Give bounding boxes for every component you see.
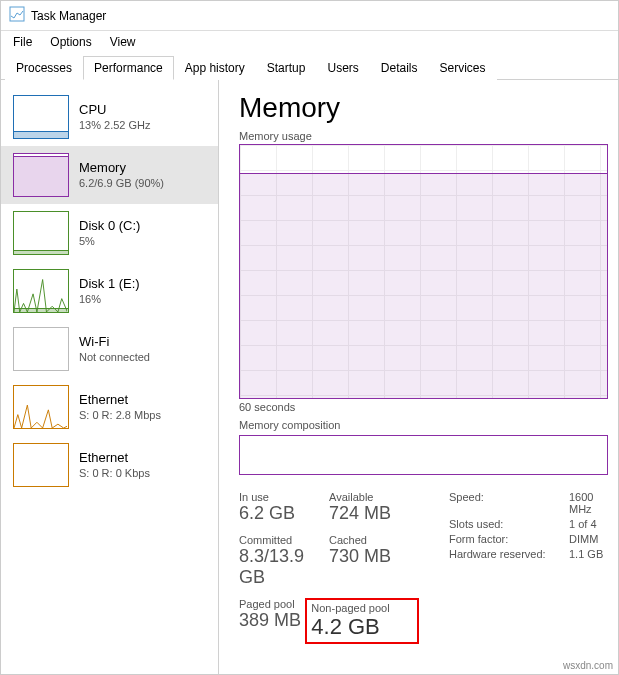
tab-app-history[interactable]: App history [174, 56, 256, 80]
tab-processes[interactable]: Processes [5, 56, 83, 80]
sidebar-eth0-sub: S: 0 R: 2.8 Mbps [79, 408, 161, 423]
tab-users[interactable]: Users [316, 56, 369, 80]
graph-axis-label: 60 seconds [239, 401, 608, 413]
stat-committed: Committed 8.3/13.9 GB [239, 534, 329, 588]
stat-cached: Cached 730 MB [329, 534, 419, 588]
sidebar-item-eth1[interactable]: Ethernet S: 0 R: 0 Kbps [1, 436, 218, 494]
svg-rect-0 [10, 7, 24, 21]
sidebar-item-disk0[interactable]: Disk 0 (C:) 5% [1, 204, 218, 262]
tab-performance[interactable]: Performance [83, 56, 174, 80]
sidebar-disk0-sub: 5% [79, 234, 140, 249]
sidebar-disk0-title: Disk 0 (C:) [79, 217, 140, 235]
sidebar-item-memory[interactable]: Memory 6.2/6.9 GB (90%) [1, 146, 218, 204]
stat-paged-pool: Paged pool 389 MB [239, 598, 305, 644]
sidebar-item-eth0[interactable]: Ethernet S: 0 R: 2.8 Mbps [1, 378, 218, 436]
sidebar-memory-sub: 6.2/6.9 GB (90%) [79, 176, 164, 191]
sidebar-item-cpu[interactable]: CPU 13% 2.52 GHz [1, 88, 218, 146]
pool-row: Paged pool 389 MB Non-paged pool 4.2 GB [239, 598, 419, 644]
wifi-mini-graph [13, 327, 69, 371]
speed-label: Speed: [449, 491, 569, 515]
nonpaged-value: 4.2 GB [311, 614, 413, 640]
stat-nonpaged-pool: Non-paged pool 4.2 GB [305, 598, 419, 644]
sidebar-item-disk1[interactable]: Disk 1 (E:) 16% [1, 262, 218, 320]
menu-view[interactable]: View [102, 33, 144, 51]
memory-composition-label: Memory composition [239, 419, 608, 431]
tab-services[interactable]: Services [429, 56, 497, 80]
in-use-value: 6.2 GB [239, 503, 329, 524]
tab-bar: Processes Performance App history Startu… [1, 55, 618, 80]
eth0-mini-graph [13, 385, 69, 429]
nonpaged-label: Non-paged pool [311, 602, 413, 614]
menu-file[interactable]: File [5, 33, 40, 51]
available-value: 724 MB [329, 503, 419, 524]
right-stats: Speed: 1600 MHz Slots used: 1 of 4 Form … [419, 491, 608, 644]
hwreserved-value: 1.1 GB [569, 548, 608, 560]
page-heading: Memory [239, 92, 608, 124]
memory-composition-bar [239, 435, 608, 475]
memory-mini-graph [13, 153, 69, 197]
memory-usage-graph [239, 144, 608, 399]
sidebar-wifi-sub: Not connected [79, 350, 150, 365]
slots-value: 1 of 4 [569, 518, 608, 530]
sidebar-eth0-title: Ethernet [79, 391, 161, 409]
disk0-mini-graph [13, 211, 69, 255]
sidebar-cpu-title: CPU [79, 101, 151, 119]
paged-label: Paged pool [239, 598, 305, 610]
tab-details[interactable]: Details [370, 56, 429, 80]
tab-startup[interactable]: Startup [256, 56, 317, 80]
paged-value: 389 MB [239, 610, 305, 631]
title-bar: Task Manager [1, 1, 618, 31]
committed-value: 8.3/13.9 GB [239, 546, 329, 588]
speed-value: 1600 MHz [569, 491, 608, 515]
sidebar-disk1-title: Disk 1 (E:) [79, 275, 140, 293]
sidebar-item-wifi[interactable]: Wi-Fi Not connected [1, 320, 218, 378]
sidebar-wifi-title: Wi-Fi [79, 333, 150, 351]
memory-usage-label: Memory usage [239, 130, 608, 142]
stat-in-use: In use 6.2 GB [239, 491, 329, 524]
eth1-mini-graph [13, 443, 69, 487]
available-label: Available [329, 491, 419, 503]
stats-grid: In use 6.2 GB Available 724 MB Speed: 16… [239, 491, 608, 644]
sidebar: CPU 13% 2.52 GHz Memory 6.2/6.9 GB (90%)… [1, 80, 219, 675]
sidebar-eth1-sub: S: 0 R: 0 Kbps [79, 466, 150, 481]
stat-available: Available 724 MB [329, 491, 419, 524]
watermark: wsxdn.com [563, 660, 613, 671]
sidebar-eth1-title: Ethernet [79, 449, 150, 467]
form-label: Form factor: [449, 533, 569, 545]
menu-options[interactable]: Options [42, 33, 99, 51]
cached-value: 730 MB [329, 546, 419, 567]
menu-bar: File Options View [1, 31, 618, 53]
sidebar-memory-title: Memory [79, 159, 164, 177]
hwreserved-label: Hardware reserved: [449, 548, 569, 560]
form-value: DIMM [569, 533, 608, 545]
slots-label: Slots used: [449, 518, 569, 530]
sidebar-cpu-sub: 13% 2.52 GHz [79, 118, 151, 133]
committed-label: Committed [239, 534, 329, 546]
main-panel: Memory Memory usage 60 seconds Memory co… [219, 80, 618, 675]
task-manager-icon [9, 6, 25, 25]
cached-label: Cached [329, 534, 419, 546]
cpu-mini-graph [13, 95, 69, 139]
disk1-mini-graph [13, 269, 69, 313]
in-use-label: In use [239, 491, 329, 503]
sidebar-disk1-sub: 16% [79, 292, 140, 307]
window-title: Task Manager [31, 9, 106, 23]
